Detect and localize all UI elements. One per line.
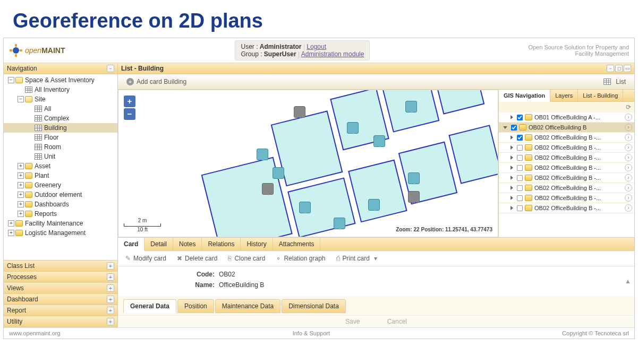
tree-item-reports[interactable]: +Reports <box>4 209 117 219</box>
goto-icon[interactable]: › <box>625 204 632 212</box>
gis-tab-list-building[interactable]: List - Building <box>578 90 623 101</box>
accordion-class-list[interactable]: Class List+ <box>4 261 117 272</box>
map-marker[interactable] <box>262 183 274 195</box>
expand-tri-icon[interactable] <box>511 135 513 140</box>
tree-item-all-inventory[interactable]: All Inventory <box>4 85 117 94</box>
tree-item-greenery[interactable]: +Greenery <box>4 180 117 190</box>
goto-icon[interactable]: › <box>625 154 632 161</box>
minimize-button[interactable]: − <box>607 65 614 72</box>
map-marker[interactable] <box>368 199 380 211</box>
refresh-icon[interactable]: ⟳ <box>624 103 631 111</box>
gis-row[interactable]: OB02 OfficeBuilding B› <box>499 123 634 133</box>
map-marker[interactable] <box>273 167 284 179</box>
gis-row[interactable]: OB02 OfficeBuilding B -...› <box>499 203 634 213</box>
gis-row[interactable]: OB02 OfficeBuilding B -...› <box>499 173 634 183</box>
layer-checkbox[interactable] <box>517 154 523 160</box>
accordion-processes[interactable]: Processes+ <box>4 272 117 283</box>
map-marker[interactable] <box>257 149 268 160</box>
goto-icon[interactable]: › <box>625 194 632 202</box>
toggle-icon[interactable]: + <box>18 211 24 217</box>
tree-item-floor[interactable]: Floor <box>4 133 117 142</box>
layer-checkbox[interactable] <box>511 124 517 130</box>
tree-item-asset[interactable]: +Asset <box>4 161 117 171</box>
gis-row[interactable]: OB02 OfficeBuilding B -...› <box>499 153 634 163</box>
tree-item-outdoor-element[interactable]: +Outdoor element <box>4 190 117 200</box>
toggle-icon[interactable]: − <box>8 77 14 83</box>
restore-button[interactable]: ◻ <box>615 65 623 72</box>
tree-item-facility-maintenance[interactable]: +Facility Maintenance <box>4 219 117 228</box>
card-tab-history[interactable]: History <box>241 238 273 250</box>
zoom-in-button[interactable]: + <box>124 96 135 107</box>
map-marker[interactable] <box>373 135 385 147</box>
map-marker[interactable] <box>299 202 311 213</box>
sub-tab-maintenance-data[interactable]: Maintenance Data <box>215 299 280 313</box>
toggle-icon[interactable]: + <box>8 220 14 227</box>
tree-item-unit[interactable]: Unit <box>4 152 117 161</box>
collapse-nav-button[interactable]: − <box>107 65 114 72</box>
expand-tri-icon[interactable] <box>511 155 513 160</box>
accordion-dashboard[interactable]: Dashboard+ <box>4 294 117 305</box>
card-tab-relations[interactable]: Relations <box>202 238 241 250</box>
print-card-button[interactable]: ⎙Print card▾ <box>332 253 381 264</box>
gis-tab-gis-navigation[interactable]: GIS Navigation <box>499 90 550 102</box>
footer-info[interactable]: Info & Support <box>293 330 330 336</box>
map-marker[interactable] <box>408 172 420 184</box>
map-marker[interactable] <box>294 106 305 118</box>
goto-icon[interactable]: › <box>625 184 632 192</box>
layer-checkbox[interactable] <box>517 134 523 140</box>
layer-checkbox[interactable] <box>517 175 523 180</box>
maximize-button[interactable]: ▭ <box>624 65 631 72</box>
expand-tri-icon[interactable] <box>503 126 507 129</box>
card-tab-notes[interactable]: Notes <box>173 238 202 250</box>
gis-tab-layers[interactable]: Layers <box>550 90 578 101</box>
expand-tri-icon[interactable] <box>511 115 513 119</box>
layer-checkbox[interactable] <box>517 205 523 211</box>
expand-tri-icon[interactable] <box>511 186 513 190</box>
tree-item-logistic-management[interactable]: +Logistic Management <box>4 228 117 238</box>
map-marker[interactable] <box>347 122 359 134</box>
goto-icon[interactable]: › <box>625 144 632 151</box>
layer-checkbox[interactable] <box>517 144 523 150</box>
toggle-icon[interactable]: + <box>18 192 24 198</box>
goto-icon[interactable]: › <box>625 134 632 141</box>
tree-item-site[interactable]: −Site <box>4 94 117 104</box>
expand-tri-icon[interactable] <box>511 176 513 180</box>
delete-card-button[interactable]: ✖Delete card <box>173 253 222 264</box>
map-marker[interactable] <box>405 101 417 112</box>
logout-link[interactable]: Logout <box>307 43 326 50</box>
tree-item-building[interactable]: Building <box>4 123 117 133</box>
add-card-button[interactable]: + Add card Building <box>122 76 191 87</box>
admin-module-link[interactable]: Administration module <box>301 50 364 58</box>
gis-row[interactable]: OB01 OfficeBuilding A -...› <box>499 112 634 123</box>
layer-checkbox[interactable] <box>517 164 523 170</box>
tree-item-all[interactable]: All <box>4 104 117 114</box>
gis-row[interactable]: OB02 OfficeBuilding B -...› <box>499 163 634 173</box>
goto-icon[interactable]: › <box>625 164 632 171</box>
card-tab-detail[interactable]: Detail <box>144 238 173 250</box>
expand-tri-icon[interactable] <box>511 206 513 210</box>
list-view-button[interactable]: List <box>599 76 630 87</box>
floorplan-map[interactable]: + − <box>118 90 498 237</box>
sub-tab-dimensional-data[interactable]: Dimensional Data <box>282 299 346 313</box>
gis-row[interactable]: OB02 OfficeBuilding B -...› <box>499 133 634 143</box>
card-tab-attachments[interactable]: Attachments <box>273 238 321 250</box>
toggle-icon[interactable]: + <box>18 182 24 188</box>
tree-item-room[interactable]: Room <box>4 142 117 152</box>
goto-icon[interactable]: › <box>625 114 632 121</box>
gis-row[interactable]: OB02 OfficeBuilding B -...› <box>499 183 634 193</box>
toggle-icon[interactable]: + <box>8 230 14 236</box>
tree-item-space-asset-inventory[interactable]: −Space & Asset Inventory <box>4 75 117 85</box>
footer-url[interactable]: www.openmaint.org <box>9 330 61 336</box>
map-marker[interactable] <box>408 191 420 203</box>
toggle-icon[interactable]: + <box>18 201 24 207</box>
sub-tab-general-data[interactable]: General Data <box>123 299 176 313</box>
gis-row[interactable]: OB02 OfficeBuilding B -...› <box>499 143 634 153</box>
tree-item-dashboards[interactable]: +Dashboards <box>4 200 117 209</box>
accordion-report[interactable]: Report+ <box>4 305 117 316</box>
tree-item-plant[interactable]: +Plant <box>4 171 117 180</box>
sub-tab-position[interactable]: Position <box>177 299 214 313</box>
card-tab-card[interactable]: Card <box>118 238 144 251</box>
tree-item-complex[interactable]: Complex <box>4 114 117 123</box>
layer-checkbox[interactable] <box>517 114 523 120</box>
toggle-icon[interactable]: + <box>18 172 24 179</box>
